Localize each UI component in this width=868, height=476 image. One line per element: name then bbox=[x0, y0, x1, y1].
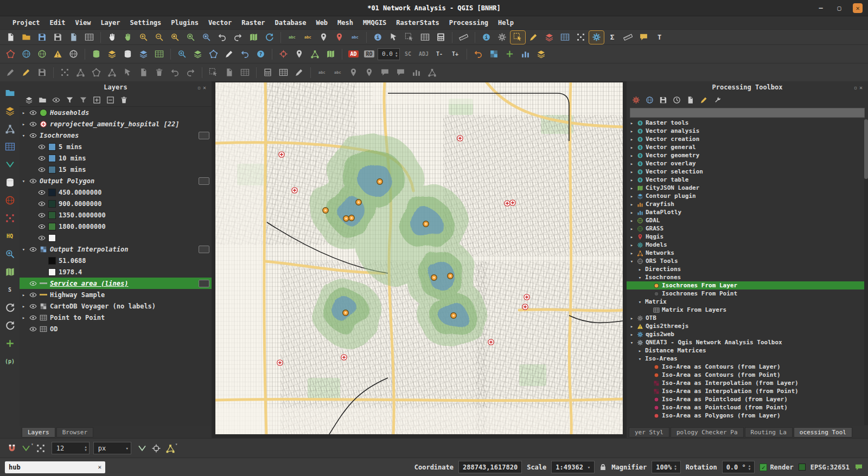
add-point-feature-icon[interactable] bbox=[58, 66, 72, 79]
dock-tab[interactable]: ocessing Tool bbox=[794, 427, 852, 438]
expander-icon[interactable]: ▸ bbox=[629, 161, 635, 166]
expander-icon[interactable]: ▸ bbox=[629, 185, 635, 191]
toolbox-scrollbar-thumb[interactable] bbox=[864, 119, 868, 179]
visibility-eye-icon[interactable] bbox=[29, 291, 37, 299]
layer-item[interactable]: 900.0000000 bbox=[20, 198, 212, 209]
expander-icon[interactable]: ▸ bbox=[629, 145, 635, 150]
raster-calculator-icon[interactable] bbox=[260, 66, 275, 79]
expand-all-icon[interactable] bbox=[91, 94, 103, 105]
magnifier-spinner[interactable]: 100% ▲▼ bbox=[652, 461, 681, 473]
expander-icon[interactable]: ▸ bbox=[629, 218, 635, 223]
expander-icon[interactable]: ▸ bbox=[629, 194, 635, 199]
visibility-eye-icon[interactable] bbox=[29, 280, 37, 287]
add-delimited-text-layer-icon[interactable] bbox=[152, 48, 167, 61]
undo-annotation-icon[interactable] bbox=[238, 48, 252, 61]
layer-item[interactable]: 450.0000000 bbox=[20, 186, 212, 198]
add-mesh-layer-icon[interactable] bbox=[50, 48, 65, 61]
toolbox-item[interactable]: ▾ORS Tools bbox=[627, 257, 868, 265]
menu-help[interactable]: Help bbox=[493, 18, 519, 28]
toolbox-item[interactable]: ▾QNEAT3 - Qgis Network Analysis Toolbox bbox=[627, 338, 868, 346]
filter-legend-icon[interactable] bbox=[63, 94, 75, 105]
close-button[interactable]: ✕ bbox=[853, 3, 863, 13]
snapping-options-icon[interactable] bbox=[5, 442, 19, 455]
legend-filter-indicator-icon[interactable] bbox=[199, 280, 209, 287]
toolbox-item[interactable]: ▸Networks bbox=[627, 249, 868, 257]
expander-icon[interactable]: ▾ bbox=[637, 275, 643, 280]
refresh-map-icon[interactable] bbox=[262, 31, 277, 44]
layer-item[interactable] bbox=[20, 232, 212, 243]
history-icon[interactable] bbox=[671, 94, 682, 105]
models-menu-icon[interactable] bbox=[630, 94, 642, 105]
visibility-eye-icon[interactable] bbox=[29, 177, 37, 185]
panel-float-close-icons[interactable]: ▫✕ bbox=[197, 85, 208, 91]
grass-tools-icon[interactable] bbox=[3, 194, 16, 206]
expander-icon[interactable]: ▾ bbox=[637, 356, 643, 362]
menu-mesh[interactable]: Mesh bbox=[333, 18, 358, 28]
color-raster-grid-icon[interactable] bbox=[487, 48, 501, 61]
attributes-table-icon[interactable] bbox=[558, 31, 572, 44]
locator-search-input[interactable]: hub ✕ bbox=[5, 461, 105, 473]
qgis2web-panel-icon[interactable] bbox=[3, 266, 16, 278]
expander-icon[interactable]: ▸ bbox=[629, 202, 635, 207]
toolbox-item[interactable]: Matrix From Layers bbox=[627, 306, 868, 314]
layer-visibility-icon[interactable] bbox=[542, 31, 557, 44]
add-vector-layer-icon[interactable] bbox=[19, 48, 34, 61]
expander-icon[interactable]: ▸ bbox=[637, 267, 643, 272]
toolbox-item[interactable]: ▸Vector general bbox=[627, 143, 868, 151]
label-pin-1-icon[interactable] bbox=[346, 66, 361, 79]
menu-project[interactable]: Project bbox=[8, 18, 45, 28]
offline-editing-icon[interactable] bbox=[190, 48, 205, 61]
visibility-eye-icon[interactable] bbox=[29, 246, 37, 253]
layer-item[interactable]: Service area (lines) bbox=[20, 278, 212, 289]
add-raster-layer-icon[interactable] bbox=[35, 48, 49, 61]
new-shapefile-layer-icon[interactable] bbox=[105, 48, 119, 61]
adjustment-adj-icon[interactable]: ADJ bbox=[417, 48, 431, 61]
zoom-out-icon[interactable] bbox=[152, 31, 167, 44]
expander-icon[interactable]: ▸ bbox=[21, 110, 27, 115]
diagonal-pencil-icon[interactable] bbox=[292, 66, 307, 79]
field-calculator-icon[interactable] bbox=[433, 31, 448, 44]
layer-item[interactable]: ▸Households bbox=[20, 107, 212, 118]
elevation-layers-icon[interactable] bbox=[534, 48, 548, 61]
layout-manager-icon[interactable] bbox=[82, 31, 97, 44]
expander-icon[interactable]: ▸ bbox=[629, 332, 635, 337]
toolbox-item[interactable]: Iso-Area as Interpolation (from Layer) bbox=[627, 379, 868, 387]
render-checkbox[interactable]: ✓ Render bbox=[760, 464, 793, 471]
menu-raster[interactable]: Raster bbox=[237, 18, 270, 28]
pin-labels-icon[interactable] bbox=[316, 31, 331, 44]
vertex-tool-icon[interactable] bbox=[105, 66, 119, 79]
menu-layer[interactable]: Layer bbox=[95, 18, 125, 28]
layer-item[interactable]: ▸reprojected_amenity_hospital [22] bbox=[20, 118, 212, 130]
select-by-expression-icon[interactable] bbox=[386, 31, 401, 44]
save-model-icon[interactable] bbox=[657, 94, 669, 105]
menu-database[interactable]: Database bbox=[270, 18, 311, 28]
layer-item[interactable]: 5 mins bbox=[20, 141, 212, 152]
georeferencer-crosshair-icon[interactable] bbox=[276, 48, 291, 61]
zoom-full-icon[interactable] bbox=[168, 31, 182, 44]
toolbox-item[interactable]: ▾Iso-Areas bbox=[627, 355, 868, 363]
messages-icon[interactable] bbox=[854, 463, 863, 472]
open-project-icon[interactable] bbox=[19, 31, 34, 44]
layer-labeling-icon[interactable] bbox=[285, 31, 299, 44]
vertex-marker-cross-icon[interactable] bbox=[149, 442, 163, 455]
visibility-eye-icon[interactable] bbox=[29, 303, 37, 310]
visibility-eye-icon[interactable] bbox=[38, 211, 46, 219]
toolbox-item[interactable]: ▸Vector geometry bbox=[627, 151, 868, 159]
add-group-icon[interactable] bbox=[36, 94, 48, 105]
panel-float-close-icons[interactable]: ▫✕ bbox=[854, 85, 865, 91]
options-search-icon[interactable] bbox=[495, 31, 509, 44]
rotation-spinner[interactable]: 0.0 ° ▲▼ bbox=[722, 461, 755, 473]
toolbox-item[interactable]: Iso-Area as Contours (from Layer) bbox=[627, 363, 868, 371]
crs-indicator[interactable]: EPSG:32651 bbox=[810, 464, 850, 471]
move-feature-icon[interactable] bbox=[120, 66, 135, 79]
snap-units-combo[interactable]: px ▾ bbox=[93, 442, 131, 454]
profile-chart-icon[interactable] bbox=[518, 48, 533, 61]
toolbox-item[interactable]: ▸Vector overlay bbox=[627, 159, 868, 168]
expander-icon[interactable]: ▸ bbox=[629, 316, 635, 321]
snap-tolerance-spinner[interactable]: 12 ▲▼ bbox=[52, 442, 90, 454]
new-project-icon[interactable] bbox=[3, 31, 18, 44]
toolbox-search-input[interactable] bbox=[630, 108, 865, 118]
expander-icon[interactable]: ▸ bbox=[629, 128, 635, 134]
python-console-icon[interactable] bbox=[526, 31, 541, 44]
placement-pin-icon[interactable] bbox=[292, 48, 307, 61]
